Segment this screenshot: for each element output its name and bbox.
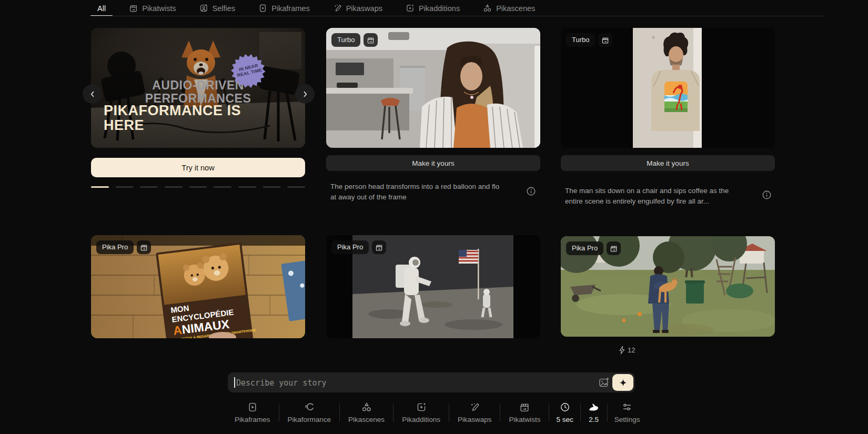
pika-rabbit-icon <box>588 401 600 413</box>
clapperboard-badge-icon <box>372 240 386 254</box>
tabs-divider <box>90 16 824 16</box>
carousel-dots <box>91 186 305 188</box>
chevron-right-icon <box>301 90 309 98</box>
clapperboard-icon <box>519 401 530 413</box>
carousel-dot-active[interactable] <box>91 186 109 188</box>
lightning-icon <box>619 346 625 355</box>
pika-pro-badge: Pika Pro <box>96 240 134 254</box>
tool-pikaframes[interactable]: Pikaframes <box>226 401 279 423</box>
pika-pro-badge: Pika Pro <box>331 240 369 254</box>
prompt-bar <box>228 372 635 392</box>
frame-play-icon <box>258 4 267 13</box>
carousel-next-button[interactable] <box>295 84 315 104</box>
tab-pikatwists[interactable]: Pikatwists <box>122 0 183 16</box>
frame-play-icon <box>247 401 258 413</box>
turbo-badge: Turbo <box>566 33 595 47</box>
badge-row: Pika Pro <box>566 241 621 255</box>
tool-label: Pikatwists <box>509 416 540 423</box>
tab-label: Selfies <box>213 4 236 13</box>
info-icon[interactable] <box>762 190 772 200</box>
badge-row: Pika Pro <box>96 240 151 254</box>
carousel-dot[interactable] <box>263 186 281 188</box>
microphone-waves-icon <box>304 401 315 413</box>
carousel-prev-button[interactable] <box>83 84 102 104</box>
badge-row: Turbo <box>331 33 378 47</box>
tool-settings[interactable]: Settings <box>608 401 647 423</box>
tool-pikadditions[interactable]: Pikadditions <box>393 401 449 423</box>
clapperboard-badge-icon <box>364 33 378 47</box>
pika-explore-page: { "tabs": { "active_label": "All", "item… <box>0 0 868 434</box>
square-plus-sparkle-icon <box>416 401 427 413</box>
credit-count: 12 <box>628 346 635 354</box>
tool-label: Pikaformance <box>288 416 331 423</box>
shapes-icon <box>483 4 492 13</box>
carousel-dot[interactable] <box>189 186 207 188</box>
tab-selfies[interactable]: Selfies <box>193 0 243 16</box>
image-plus-icon <box>598 377 610 388</box>
tab-pikaswaps[interactable]: Pikaswaps <box>326 0 389 16</box>
video-card-garden-cat[interactable]: Pika Pro <box>561 236 775 337</box>
generate-button[interactable] <box>612 374 633 391</box>
video-description: The man sits down on a chair and sips co… <box>565 186 741 206</box>
sliders-icon <box>622 401 632 413</box>
square-plus-sparkle-icon <box>406 4 415 13</box>
tab-pikascenes[interactable]: Pikascenes <box>476 0 542 16</box>
tab-label: Pikaframes <box>271 4 310 13</box>
info-icon[interactable] <box>526 186 536 196</box>
tab-label: Pikatwists <box>142 4 176 13</box>
tool-label: Pikascenes <box>348 416 385 423</box>
tool-label: 5 sec <box>556 416 573 423</box>
video-card-moon-landing[interactable]: Pika Pro <box>326 235 540 338</box>
video-description: The person head transforms into a red ba… <box>330 181 504 202</box>
banner-headline-cream: PIKAFORMANCE IS HERE <box>104 103 241 133</box>
tab-pikaframes[interactable]: Pikaframes <box>251 0 317 16</box>
category-tabs: All Pikatwists Selfies Pikaframes Pikasw… <box>90 0 542 16</box>
tool-pikascenes[interactable]: Pikascenes <box>340 401 393 423</box>
carousel-dot[interactable] <box>214 186 231 188</box>
banner-headline-muted: AUDIO-DRIVEN PERFORMANCES <box>91 79 305 105</box>
tab-all[interactable]: All <box>90 0 113 16</box>
sparkle-star-icon <box>619 378 628 387</box>
tool-pikatwists[interactable]: Pikatwists <box>500 401 549 423</box>
video-card-selfie-woman[interactable]: Turbo <box>326 28 540 148</box>
tool-label: 2.5 <box>589 416 599 423</box>
carousel-dot[interactable] <box>116 186 134 188</box>
tool-dock: Pikaframes Pikaformance Pikascenes Pikad… <box>226 401 647 423</box>
clapperboard-icon <box>129 4 138 13</box>
tool-label: Pikaswaps <box>458 416 492 423</box>
shapes-icon <box>361 401 372 413</box>
video-card-selfie-man[interactable]: Turbo <box>561 28 775 148</box>
tool-pikaformance[interactable]: Pikaformance <box>279 401 340 423</box>
clapperboard-badge-icon <box>137 240 151 254</box>
credit-counter: 12 <box>619 346 635 355</box>
tool-label: Settings <box>614 416 640 423</box>
badge-row: Turbo <box>566 33 612 47</box>
carousel-dot[interactable] <box>287 186 305 188</box>
video-card-animal-book[interactable]: MON ENCYCLOPÉDIE ANIMAUX 80 VIDÉOS À REG… <box>91 235 305 338</box>
person-plus-icon <box>199 4 208 13</box>
try-it-now-button[interactable]: Try it now <box>91 158 305 177</box>
tab-label: Pikascenes <box>496 4 535 13</box>
chevron-left-icon <box>88 90 97 98</box>
tab-label: All <box>97 4 106 13</box>
tool-label: Pikadditions <box>402 416 440 423</box>
tool-model-version[interactable]: 2.5 <box>581 401 607 423</box>
badge-row: Pika Pro <box>331 240 386 254</box>
tab-label: Pikadditions <box>419 4 460 13</box>
turbo-badge: Turbo <box>331 33 360 47</box>
tab-pikadditions[interactable]: Pikadditions <box>399 0 467 16</box>
prompt-input[interactable] <box>235 372 563 393</box>
make-it-yours-button[interactable]: Make it yours <box>326 155 540 171</box>
clapperboard-badge-icon <box>607 241 621 255</box>
pencil-sparkle-icon <box>469 401 480 413</box>
carousel-dot[interactable] <box>238 186 256 188</box>
tool-duration[interactable]: 5 sec <box>549 401 580 423</box>
make-it-yours-button[interactable]: Make it yours <box>561 155 775 171</box>
carousel-dot[interactable] <box>140 186 158 188</box>
tool-pikaswaps[interactable]: Pikaswaps <box>449 401 500 423</box>
pika-pro-badge: Pika Pro <box>566 241 603 255</box>
add-image-button[interactable] <box>598 377 610 388</box>
clapperboard-badge-icon <box>598 33 612 47</box>
carousel-dot[interactable] <box>165 186 183 188</box>
clock-icon <box>560 401 570 413</box>
